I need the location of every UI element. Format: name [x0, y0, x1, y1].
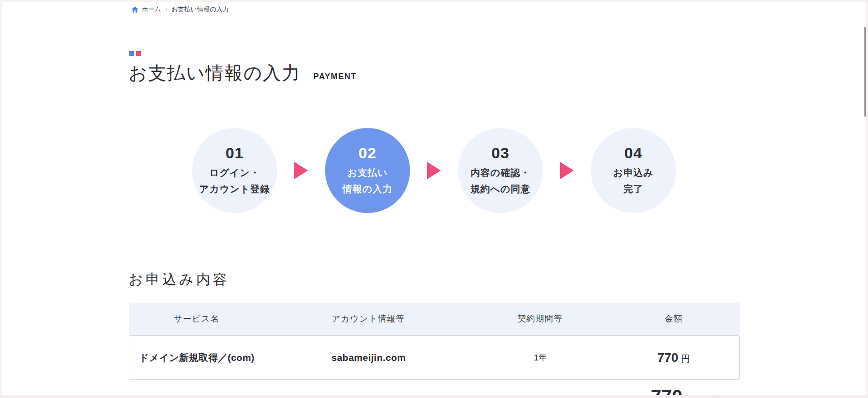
accent-square-pink [136, 51, 141, 56]
breadcrumb-home-label: ホーム [142, 5, 161, 14]
row-account-info: sabameijin.com [265, 352, 473, 363]
page-subtitle: PAYMENT [313, 72, 357, 81]
page-title-block: お支払い情報の入力 PAYMENT [129, 51, 357, 85]
page-title: お支払い情報の入力 [129, 61, 301, 85]
breadcrumb-current: お支払い情報の入力 [171, 5, 229, 14]
step-label-line: アカウント登録 [199, 181, 270, 197]
order-section-title: お申込み内容 [129, 270, 230, 289]
accent-square-blue [129, 51, 134, 56]
step-label-line: お支払い [348, 165, 388, 181]
step-label-line: 規約への同意 [471, 181, 531, 197]
col-header-service: サービス名 [129, 313, 264, 325]
col-header-account: アカウント情報等 [264, 313, 472, 325]
step-number: 03 [491, 144, 509, 162]
step-number: 02 [359, 144, 377, 162]
title-accent-squares [129, 51, 357, 56]
arrow-right-icon [560, 162, 574, 179]
row-amount-value: 770 [657, 351, 679, 365]
breadcrumb-home-link[interactable]: ホーム [131, 5, 161, 14]
step-label-line: 完了 [623, 181, 643, 197]
step-3-confirm: 03 内容の確認・ 規約への同意 [458, 128, 543, 213]
step-label-line: お申込み [613, 165, 654, 181]
step-arrow-wrap [543, 162, 591, 179]
step-4-complete: 04 お申込み 完了 [591, 128, 676, 213]
step-arrow-wrap [410, 162, 458, 179]
step-1-login: 01 ログイン・ アカウント登録 [192, 128, 277, 213]
row-contract-period: 1年 [473, 352, 609, 364]
row-amount: 770円 [609, 351, 739, 365]
page-content: ホーム › お支払い情報の入力 お支払い情報の入力 PAYMENT 01 ログイ… [129, 0, 740, 398]
chevron-right-icon: › [165, 6, 167, 13]
vertical-scrollbar[interactable] [864, 27, 866, 117]
step-arrow-wrap [277, 162, 325, 179]
step-label-line: 内容の確認・ [471, 165, 531, 181]
home-icon [131, 6, 139, 13]
arrow-right-icon [294, 162, 308, 179]
col-header-amount: 金額 [608, 313, 740, 325]
col-header-period: 契約期間等 [472, 313, 608, 325]
step-progress-indicator: 01 ログイン・ アカウント登録 02 お支払い 情報の入力 03 内容の確認・… [192, 128, 676, 213]
window-edge-bottom [0, 395, 868, 398]
window-edge-right [866, 0, 868, 398]
order-table-header: サービス名 アカウント情報等 契約期間等 金額 [129, 303, 740, 335]
step-number: 01 [226, 144, 244, 162]
step-number: 04 [624, 144, 642, 162]
step-2-payment-active: 02 お支払い 情報の入力 [325, 128, 410, 213]
row-amount-unit: 円 [681, 354, 690, 364]
breadcrumb: ホーム › お支払い情報の入力 [131, 5, 229, 14]
step-label-line: ログイン・ [209, 165, 260, 181]
order-table: サービス名 アカウント情報等 契約期間等 金額 ドメイン新規取得／(com) s… [129, 303, 740, 380]
row-service-name: ドメイン新規取得／(com) [129, 351, 265, 364]
table-row: ドメイン新規取得／(com) sabameijin.com 1年 770円 [129, 335, 740, 380]
arrow-right-icon [427, 162, 441, 179]
step-label-line: 情報の入力 [343, 181, 393, 197]
window-edge-left [0, 0, 2, 398]
